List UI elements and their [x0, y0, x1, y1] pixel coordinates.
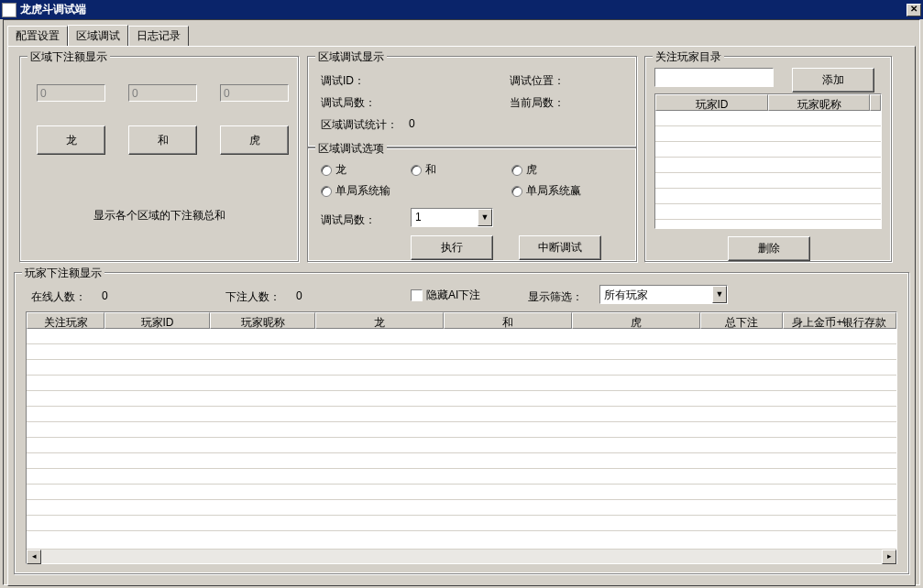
- chevron-down-icon: ▼: [478, 209, 492, 226]
- combo-filter-value: 所有玩家: [600, 286, 712, 303]
- btn-exec[interactable]: 执行: [411, 235, 493, 260]
- radio-long[interactable]: 龙: [321, 162, 346, 178]
- btn-add-watch[interactable]: 添加: [792, 68, 874, 93]
- group-watch-legend: 关注玩家目录: [653, 49, 724, 65]
- watch-list[interactable]: 玩家ID 玩家昵称: [654, 93, 882, 229]
- client-area: 配置设置 区域调试 日志记录 区域下注额显示 0 0 0 龙 和 虎 显示各个区…: [3, 19, 920, 585]
- group-area-bet: 区域下注额显示 0 0 0 龙 和 虎 显示各个区域的下注额总和: [19, 56, 299, 262]
- radio-dot-icon: [511, 186, 522, 197]
- radio-hu-label: 虎: [526, 162, 537, 178]
- radio-hu[interactable]: 虎: [511, 162, 537, 178]
- group-debug-display-legend: 区域调试显示: [315, 49, 387, 65]
- group-debug-opt-legend: 区域调试选项: [315, 141, 387, 157]
- chk-hide-ai[interactable]: 隐藏AI下注: [411, 288, 480, 303]
- col-long[interactable]: 龙: [315, 312, 444, 329]
- col-total[interactable]: 总下注: [700, 312, 783, 329]
- lbl-opt-round: 调试局数：: [321, 212, 376, 228]
- radio-long-label: 龙: [335, 162, 346, 178]
- col-he[interactable]: 和: [444, 312, 572, 329]
- group-player-bet: 玩家下注额显示 在线人数： 0 下注人数： 0 隐藏AI下注 显示筛选： 所有玩…: [14, 272, 909, 574]
- combo-rounds[interactable]: 1 ▼: [411, 208, 493, 227]
- player-bet-header: 关注玩家 玩家ID 玩家昵称 龙 和 虎 总下注 身上金币+银行存款: [27, 312, 896, 329]
- group-debug-opt: 区域调试选项 龙 和 虎 单局系统输: [307, 147, 637, 262]
- group-player-bet-legend: 玩家下注额显示: [22, 266, 104, 281]
- val-bettors: 0: [296, 289, 302, 302]
- watch-input[interactable]: [654, 68, 774, 87]
- hscrollbar[interactable]: ◂ ▸: [27, 549, 896, 563]
- tab-area-debug[interactable]: 区域调试: [68, 25, 128, 47]
- btn-stop[interactable]: 中断调试: [519, 235, 601, 260]
- lbl-debug-stat: 区域调试统计：: [321, 117, 398, 133]
- area-bet-value-2: 0: [220, 84, 289, 102]
- lbl-bettors: 下注人数：: [225, 289, 280, 305]
- radio-syslose[interactable]: 单局系统输: [321, 183, 390, 199]
- player-bet-body: [27, 329, 896, 549]
- watch-list-header: 玩家ID 玩家昵称: [655, 94, 881, 111]
- btn-del-watch[interactable]: 删除: [728, 236, 810, 261]
- tab-log[interactable]: 日志记录: [128, 26, 189, 48]
- close-button[interactable]: ✕: [907, 4, 921, 16]
- radio-syswin-label: 单局系统赢: [526, 183, 581, 199]
- lbl-filter: 显示筛选：: [528, 289, 583, 305]
- lbl-online: 在线人数：: [31, 289, 86, 305]
- radio-he-label: 和: [425, 162, 436, 178]
- btn-hu[interactable]: 虎: [220, 125, 289, 155]
- val-online: 0: [102, 289, 108, 302]
- col-id[interactable]: 玩家ID: [104, 312, 210, 329]
- lbl-debug-pos: 调试位置：: [510, 73, 565, 89]
- btn-he[interactable]: 和: [128, 125, 197, 155]
- radio-syswin[interactable]: 单局系统赢: [511, 183, 581, 199]
- watch-list-body: [655, 111, 881, 228]
- col-hu[interactable]: 虎: [572, 312, 700, 329]
- area-bet-value-0: 0: [37, 84, 105, 102]
- col-watch[interactable]: 关注玩家: [27, 312, 104, 329]
- radio-dot-icon: [321, 186, 332, 197]
- combo-filter[interactable]: 所有玩家 ▼: [599, 285, 728, 304]
- lbl-debug-round: 调试局数：: [321, 95, 376, 111]
- col-gold[interactable]: 身上金币+银行存款: [783, 312, 896, 329]
- radio-dot-icon: [321, 165, 332, 176]
- combo-rounds-value: 1: [412, 209, 478, 226]
- area-bet-desc: 显示各个区域的下注额总和: [20, 208, 298, 223]
- group-area-bet-legend: 区域下注额显示: [27, 49, 110, 65]
- watch-col-nick[interactable]: 玩家昵称: [768, 94, 870, 111]
- tab-control: 配置设置 区域调试 日志记录 区域下注额显示 0 0 0 龙 和 虎 显示各个区…: [4, 20, 919, 586]
- scroll-track[interactable]: [41, 550, 882, 563]
- lbl-debug-id: 调试ID：: [321, 73, 365, 89]
- group-debug-display: 区域调试显示 调试ID： 调试位置： 调试局数： 当前局数： 区域调试统计： 0: [307, 56, 637, 147]
- player-bet-list[interactable]: 关注玩家 玩家ID 玩家昵称 龙 和 虎 总下注 身上金币+银行存款: [26, 311, 897, 564]
- val-debug-stat: 0: [409, 117, 415, 130]
- radio-he[interactable]: 和: [411, 162, 436, 178]
- group-watch: 关注玩家目录 添加 玩家ID 玩家昵称: [644, 56, 892, 262]
- scroll-left-icon[interactable]: ◂: [27, 550, 41, 564]
- col-nick[interactable]: 玩家昵称: [210, 312, 315, 329]
- radio-dot-icon: [511, 165, 522, 176]
- tab-strip: 配置设置 区域调试 日志记录: [7, 24, 916, 46]
- app-icon: [2, 3, 16, 17]
- titlebar: 龙虎斗调试端 ✕: [0, 0, 923, 19]
- radio-dot-icon: [411, 165, 422, 176]
- watch-col-spacer: [870, 94, 881, 111]
- chk-hide-ai-label: 隐藏AI下注: [426, 288, 480, 303]
- tab-config[interactable]: 配置设置: [7, 26, 68, 48]
- area-bet-value-1: 0: [128, 84, 197, 102]
- btn-long[interactable]: 龙: [37, 125, 105, 155]
- chevron-down-icon: ▼: [712, 286, 727, 303]
- scroll-right-icon[interactable]: ▸: [882, 550, 896, 564]
- radio-syslose-label: 单局系统输: [335, 183, 390, 199]
- lbl-cur-round: 当前局数：: [510, 95, 565, 111]
- watch-col-id[interactable]: 玩家ID: [655, 94, 768, 111]
- tab-page-area-debug: 区域下注额显示 0 0 0 龙 和 虎 显示各个区域的下注额总和 区域调试显示 …: [7, 46, 916, 586]
- window-title: 龙虎斗调试端: [20, 2, 907, 17]
- checkbox-box-icon: [411, 289, 423, 301]
